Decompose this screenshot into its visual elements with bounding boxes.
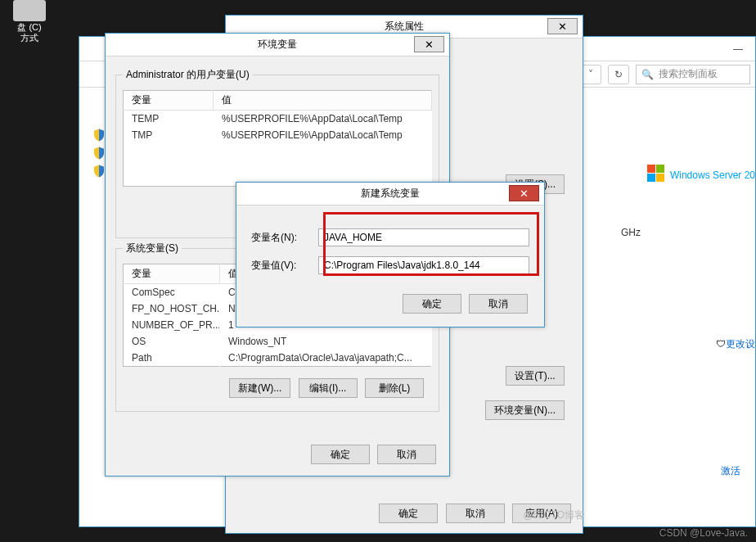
close-button[interactable]: ✕: [509, 185, 539, 201]
ok-button[interactable]: 确定: [311, 445, 370, 464]
system-vars-label: 系统变量(S): [123, 242, 182, 255]
search-placeholder: 搜索控制面板: [659, 67, 718, 81]
new-var-dialog: 新建系统变量 ✕ 变量名(N): 变量值(V): 确定 取消: [236, 182, 545, 327]
col-name-header[interactable]: 变量: [124, 91, 214, 111]
table-row[interactable]: TEMP%USERPROFILE%\AppData\Local\Temp: [124, 111, 432, 128]
refresh-button[interactable]: ↻: [608, 65, 629, 84]
activate-link[interactable]: 激活: [721, 464, 740, 478]
close-button[interactable]: ✕: [547, 18, 578, 34]
table-row[interactable]: OSWindows_NT: [124, 333, 432, 350]
var-name-input[interactable]: [318, 228, 529, 246]
col-value-header[interactable]: 值: [214, 91, 432, 111]
var-value-input[interactable]: [318, 256, 529, 274]
windows-logo-icon: [647, 165, 665, 183]
drive-label-1: 盘 (C): [7, 22, 52, 32]
desktop-drive-icon[interactable]: 盘 (C) 方式: [7, 0, 52, 43]
cancel-button[interactable]: 取消: [446, 504, 505, 523]
new-var-title: 新建系统变量: [361, 187, 420, 201]
ok-button[interactable]: 确定: [403, 294, 461, 314]
drive-label-2: 方式: [7, 33, 52, 43]
cancel-button[interactable]: 取消: [469, 294, 528, 314]
var-value-label: 变量值(V):: [251, 259, 318, 273]
col-name-header[interactable]: 变量: [124, 264, 220, 284]
cpu-info: GHz: [621, 227, 641, 238]
var-name-label: 变量名(N):: [251, 231, 318, 245]
env-vars-button[interactable]: 环境变量(N)...: [485, 400, 565, 420]
search-icon: 🔍: [641, 69, 654, 80]
minimize-button[interactable]: —: [726, 43, 750, 55]
ok-button[interactable]: 确定: [379, 504, 438, 523]
change-settings-link[interactable]: 🛡更改设: [716, 337, 755, 351]
windows-server-logo: Windows Server 20: [647, 161, 755, 183]
search-input[interactable]: 🔍 搜索控制面板: [636, 65, 750, 84]
system-properties-title: 系统属性: [385, 20, 424, 34]
new-sys-var-button[interactable]: 新建(W)...: [229, 378, 290, 398]
shield-icon: 🛡: [716, 338, 726, 350]
new-var-titlebar[interactable]: 新建系统变量 ✕: [236, 183, 544, 206]
table-row[interactable]: TMP%USERPROFILE%\AppData\Local\Temp: [124, 127, 432, 143]
cancel-button[interactable]: 取消: [377, 445, 436, 464]
user-vars-label: Administrator 的用户变量(U): [123, 68, 253, 82]
user-vars-table[interactable]: 变量 值 TEMP%USERPROFILE%\AppData\Local\Tem…: [123, 90, 432, 187]
env-vars-title: 环境变量: [258, 38, 297, 52]
env-vars-titlebar[interactable]: 环境变量 ✕: [106, 34, 449, 56]
table-header-row: 变量 值: [124, 91, 432, 111]
watermark-cto: @51CTO博客: [523, 508, 584, 522]
edit-sys-var-button[interactable]: 编辑(I)...: [299, 378, 358, 398]
delete-sys-var-button[interactable]: 删除(L): [365, 378, 424, 398]
drive-icon: [13, 0, 46, 21]
watermark-csdn: CSDN @Love-Java.: [659, 527, 748, 539]
settings-t-button[interactable]: 设置(T)...: [506, 366, 565, 386]
table-row[interactable]: PathC:\ProgramData\Oracle\Java\javapath;…: [124, 350, 432, 367]
close-button[interactable]: ✕: [414, 36, 444, 52]
